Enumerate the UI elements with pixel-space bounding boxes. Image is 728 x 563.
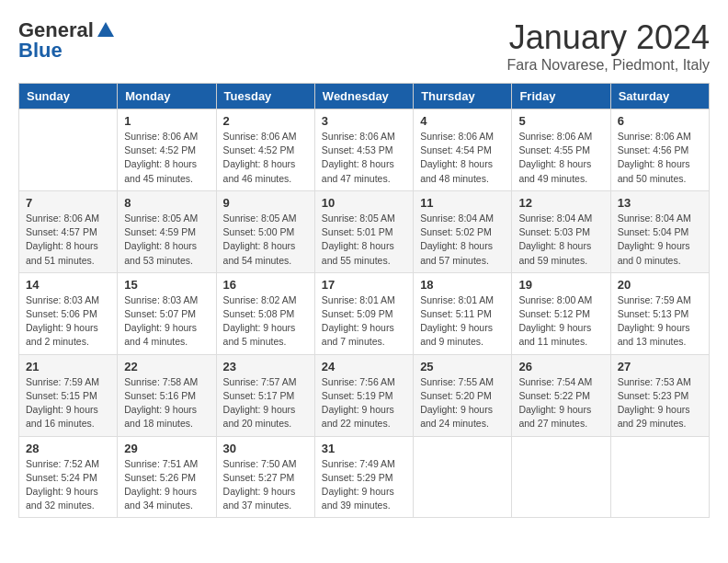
day-number: 4 [420,114,505,128]
day-info: Sunrise: 7:50 AMSunset: 5:27 PMDaylight:… [223,457,308,513]
location-subtitle: Fara Novarese, Piedmont, Italy [506,57,710,74]
header: General Blue January 2024 Fara Novarese,… [18,18,710,74]
day-info: Sunrise: 8:04 AMSunset: 5:02 PMDaylight:… [420,212,505,268]
logo-blue-text: Blue [18,39,63,63]
day-number: 21 [26,360,110,373]
day-number: 25 [420,360,505,373]
day-info: Sunrise: 7:56 AMSunset: 5:19 PMDaylight:… [322,375,406,431]
month-year-title: January 2024 [506,18,710,57]
header-tuesday: Tuesday [216,84,314,109]
calendar-cell: 25Sunrise: 7:55 AMSunset: 5:20 PMDayligh… [414,354,512,436]
day-number: 28 [26,442,110,455]
day-number: 10 [322,196,406,210]
day-info: Sunrise: 8:04 AMSunset: 5:04 PMDaylight:… [618,212,702,268]
day-number: 13 [618,196,702,210]
day-number: 31 [322,442,406,455]
calendar-cell: 10Sunrise: 8:05 AMSunset: 5:01 PMDayligh… [314,190,413,272]
calendar-cell: 22Sunrise: 7:58 AMSunset: 5:16 PMDayligh… [118,354,216,436]
calendar-cell: 6Sunrise: 8:06 AMSunset: 4:56 PMDaylight… [610,109,709,191]
calendar-cell: 9Sunrise: 8:05 AMSunset: 5:00 PMDaylight… [216,190,314,272]
day-info: Sunrise: 8:06 AMSunset: 4:52 PMDaylight:… [223,130,308,186]
header-monday: Monday [118,84,216,109]
calendar-cell: 3Sunrise: 8:06 AMSunset: 4:53 PMDaylight… [314,109,413,191]
calendar-cell: 17Sunrise: 8:01 AMSunset: 5:09 PMDayligh… [314,272,413,354]
logo: General Blue [18,18,118,63]
day-info: Sunrise: 8:06 AMSunset: 4:53 PMDaylight:… [322,130,406,186]
day-info: Sunrise: 8:03 AMSunset: 5:06 PMDaylight:… [26,293,110,350]
calendar-cell: 26Sunrise: 7:54 AMSunset: 5:22 PMDayligh… [512,354,610,436]
header-wednesday: Wednesday [314,84,413,109]
day-number: 30 [223,442,308,455]
day-info: Sunrise: 7:53 AMSunset: 5:23 PMDaylight:… [618,375,702,431]
day-number: 2 [223,114,308,128]
day-number: 7 [26,196,110,210]
header-friday: Friday [512,84,610,109]
day-number: 26 [518,360,603,373]
calendar-cell: 4Sunrise: 8:06 AMSunset: 4:54 PMDaylight… [414,109,512,191]
day-info: Sunrise: 8:06 AMSunset: 4:52 PMDaylight:… [124,130,209,186]
day-info: Sunrise: 7:55 AMSunset: 5:20 PMDaylight:… [420,375,505,431]
calendar-cell: 11Sunrise: 8:04 AMSunset: 5:02 PMDayligh… [414,190,512,272]
header-sunday: Sunday [19,84,118,109]
calendar-week-row: 1Sunrise: 8:06 AMSunset: 4:52 PMDaylight… [19,109,710,191]
calendar-cell [19,109,118,191]
day-number: 19 [518,278,603,292]
header-thursday: Thursday [414,84,512,109]
day-info: Sunrise: 8:06 AMSunset: 4:55 PMDaylight:… [518,130,603,186]
calendar-cell: 27Sunrise: 7:53 AMSunset: 5:23 PMDayligh… [610,354,709,436]
day-number: 23 [223,360,308,373]
day-info: Sunrise: 8:05 AMSunset: 5:00 PMDaylight:… [223,212,308,268]
day-number: 27 [618,360,702,373]
day-info: Sunrise: 7:49 AMSunset: 5:29 PMDaylight:… [322,457,406,513]
calendar-cell: 31Sunrise: 7:49 AMSunset: 5:29 PMDayligh… [314,436,413,518]
calendar-cell [610,436,709,518]
calendar-cell: 12Sunrise: 8:04 AMSunset: 5:03 PMDayligh… [512,190,610,272]
calendar-cell: 23Sunrise: 7:57 AMSunset: 5:17 PMDayligh… [216,354,314,436]
day-info: Sunrise: 8:05 AMSunset: 4:59 PMDaylight:… [124,212,209,268]
calendar-cell: 15Sunrise: 8:03 AMSunset: 5:07 PMDayligh… [118,272,216,354]
day-number: 17 [322,278,406,292]
day-number: 14 [26,278,110,292]
day-number: 24 [322,360,406,373]
calendar-cell: 18Sunrise: 8:01 AMSunset: 5:11 PMDayligh… [414,272,512,354]
day-info: Sunrise: 7:54 AMSunset: 5:22 PMDaylight:… [518,375,603,431]
day-info: Sunrise: 8:05 AMSunset: 5:01 PMDaylight:… [322,212,406,268]
calendar-cell [414,436,512,518]
title-section: January 2024 Fara Novarese, Piedmont, It… [506,18,710,74]
day-info: Sunrise: 8:04 AMSunset: 5:03 PMDaylight:… [518,212,603,268]
calendar-cell: 28Sunrise: 7:52 AMSunset: 5:24 PMDayligh… [19,436,118,518]
day-number: 18 [420,278,505,292]
day-number: 12 [518,196,603,210]
day-number: 11 [420,196,505,210]
day-number: 9 [223,196,308,210]
calendar-cell: 30Sunrise: 7:50 AMSunset: 5:27 PMDayligh… [216,436,314,518]
calendar-week-row: 7Sunrise: 8:06 AMSunset: 4:57 PMDaylight… [19,190,710,272]
day-info: Sunrise: 7:51 AMSunset: 5:26 PMDaylight:… [124,457,209,513]
day-info: Sunrise: 7:52 AMSunset: 5:24 PMDaylight:… [26,457,110,513]
calendar-cell: 29Sunrise: 7:51 AMSunset: 5:26 PMDayligh… [118,436,216,518]
day-number: 5 [518,114,603,128]
calendar-week-row: 21Sunrise: 7:59 AMSunset: 5:15 PMDayligh… [19,354,710,436]
day-info: Sunrise: 7:58 AMSunset: 5:16 PMDaylight:… [124,375,209,431]
day-number: 16 [223,278,308,292]
day-info: Sunrise: 8:06 AMSunset: 4:54 PMDaylight:… [420,130,505,186]
calendar-cell: 1Sunrise: 8:06 AMSunset: 4:52 PMDaylight… [118,109,216,191]
header-saturday: Saturday [610,84,709,109]
day-info: Sunrise: 7:59 AMSunset: 5:15 PMDaylight:… [26,375,110,431]
calendar-cell [512,436,610,518]
calendar-cell: 21Sunrise: 7:59 AMSunset: 5:15 PMDayligh… [19,354,118,436]
day-number: 29 [124,442,209,455]
day-info: Sunrise: 8:00 AMSunset: 5:12 PMDaylight:… [518,293,603,350]
calendar-cell: 8Sunrise: 8:05 AMSunset: 4:59 PMDaylight… [118,190,216,272]
calendar-cell: 13Sunrise: 8:04 AMSunset: 5:04 PMDayligh… [610,190,709,272]
day-info: Sunrise: 8:02 AMSunset: 5:08 PMDaylight:… [223,293,308,350]
day-info: Sunrise: 7:59 AMSunset: 5:13 PMDaylight:… [618,293,702,350]
calendar-cell: 7Sunrise: 8:06 AMSunset: 4:57 PMDaylight… [19,190,118,272]
day-info: Sunrise: 8:06 AMSunset: 4:57 PMDaylight:… [26,212,110,268]
calendar-cell: 20Sunrise: 7:59 AMSunset: 5:13 PMDayligh… [610,272,709,354]
calendar-table: SundayMondayTuesdayWednesdayThursdayFrid… [18,83,710,518]
calendar-header-row: SundayMondayTuesdayWednesdayThursdayFrid… [19,84,710,109]
calendar-cell: 16Sunrise: 8:02 AMSunset: 5:08 PMDayligh… [216,272,314,354]
svg-marker-0 [97,22,114,37]
day-number: 20 [618,278,702,292]
